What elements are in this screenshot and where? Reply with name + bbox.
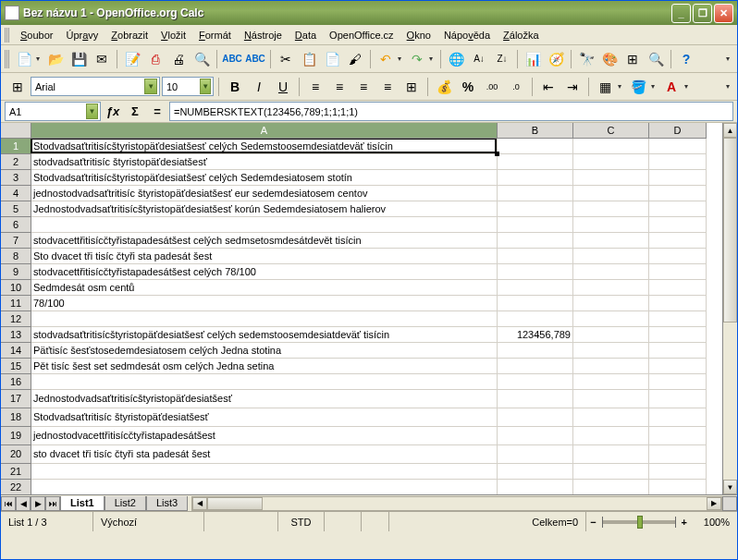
cell-A20[interactable]: sto dvacet tři tisíc čtyři sta padesát š… [31, 445, 498, 464]
hyperlink-button[interactable]: 🌐 [445, 48, 467, 70]
cell-C14[interactable] [573, 343, 649, 359]
cellref-dd[interactable]: ▼ [86, 103, 98, 119]
row-header-5[interactable]: 5 [1, 201, 31, 217]
font-size-dd[interactable]: ▼ [200, 79, 211, 94]
menu-data[interactable]: Data [289, 28, 323, 43]
row-header-8[interactable]: 8 [1, 249, 31, 264]
gallery-button[interactable]: 🎨 [598, 48, 621, 70]
cell-D1[interactable] [649, 139, 707, 154]
email-button[interactable]: ✉ [91, 48, 113, 70]
cell-A15[interactable]: Pět tisíc šest set sedmdesát osm celých … [31, 359, 498, 374]
cell-B14[interactable] [498, 343, 573, 359]
horizontal-scrollbar[interactable]: ◀ ▶ [191, 496, 722, 511]
close-button[interactable]: ✕ [714, 4, 733, 23]
scroll-up-button[interactable]: ▲ [723, 123, 737, 138]
cell-D18[interactable] [649, 408, 707, 427]
chart-button[interactable]: 📊 [522, 48, 544, 70]
cell-D7[interactable] [649, 233, 707, 249]
cell-A12[interactable] [31, 311, 498, 327]
function-wizard-button[interactable]: ƒx [103, 102, 123, 122]
cut-button[interactable]: ✂ [275, 48, 297, 70]
table-row[interactable] [31, 464, 722, 480]
zoom-thumb[interactable] [637, 516, 643, 529]
cell-C21[interactable] [573, 464, 649, 480]
table-row[interactable] [31, 374, 722, 390]
cell-D19[interactable] [649, 427, 707, 445]
redo-button[interactable]: ↷ [406, 48, 428, 70]
remove-decimal-button[interactable]: .0 [505, 76, 527, 98]
scroll-right-button[interactable]: ▶ [707, 497, 721, 510]
format-paint-button[interactable]: 🖌 [344, 48, 366, 70]
cell-C1[interactable] [573, 139, 649, 154]
table-row[interactable]: stodvacettřitisícčtyřistapadesátšest cel… [31, 264, 722, 280]
cell-D21[interactable] [649, 464, 707, 480]
cell-A21[interactable] [31, 464, 498, 480]
table-row[interactable]: Stodvadsaťtritisíc štyristopäťdesiatšesť [31, 408, 722, 427]
cell-C8[interactable] [573, 249, 649, 264]
table-row[interactable]: Stodvadsaťtritisícštyristopäťdesiatšesť … [31, 139, 722, 154]
add-decimal-button[interactable]: .00 [481, 76, 503, 98]
cell-D2[interactable] [649, 154, 707, 170]
spellcheck-button[interactable]: ABC [221, 48, 243, 70]
cell-C10[interactable] [573, 280, 649, 296]
cell-B10[interactable] [498, 280, 573, 296]
row-header-11[interactable]: 11 [1, 296, 31, 311]
table-row[interactable]: Jednostodvadsaťtritisícštyristopäťdesiat… [31, 201, 722, 217]
menu-okno[interactable]: Okno [400, 28, 437, 43]
cell-C16[interactable] [573, 374, 649, 390]
cell-B20[interactable] [498, 445, 573, 464]
cell-D13[interactable] [649, 327, 707, 343]
status-mode[interactable]: STD [278, 512, 325, 531]
align-right-button[interactable]: ≡ [352, 76, 375, 98]
row-header-21[interactable]: 21 [1, 464, 31, 480]
col-header-d[interactable]: D [649, 123, 707, 139]
cell-C11[interactable] [573, 296, 649, 311]
fontcolor-button[interactable]: A [660, 76, 683, 98]
cell-C13[interactable] [573, 327, 649, 343]
scroll-left-button[interactable]: ◀ [192, 497, 207, 510]
zoom-out-button[interactable]: − [590, 517, 596, 528]
percent-button[interactable]: % [457, 76, 479, 98]
menu-vlozit[interactable]: Vložit [154, 28, 192, 43]
cell-C19[interactable] [573, 427, 649, 445]
row-header-7[interactable]: 7 [1, 233, 31, 249]
table-row[interactable]: Jednostodvadsaťtritisícštyristopäťdesiat… [31, 390, 722, 408]
cell-D17[interactable] [649, 390, 707, 408]
cell-C3[interactable] [573, 170, 649, 186]
cell-grid[interactable]: Stodvadsaťtritisícštyristopäťdesiatšesť … [31, 139, 722, 494]
autospell-button[interactable]: ABC [244, 48, 266, 70]
table-row[interactable] [31, 480, 722, 494]
cell-A11[interactable]: 78/100 [31, 296, 498, 311]
bgcolor-button[interactable]: 🪣 [627, 76, 649, 98]
sort-desc-button[interactable]: Z↓ [491, 48, 513, 70]
preview-button[interactable]: 🔍 [191, 48, 213, 70]
new-doc-button[interactable]: 📄 [13, 48, 35, 70]
row-header-14[interactable]: 14 [1, 343, 31, 359]
status-zoom[interactable]: 100% [691, 512, 737, 531]
formula-input[interactable] [169, 102, 733, 121]
toolbar-overflow[interactable]: ▾ [726, 55, 733, 63]
cell-B11[interactable] [498, 296, 573, 311]
cell-C22[interactable] [573, 480, 649, 494]
row-header-9[interactable]: 9 [1, 264, 31, 280]
table-row[interactable]: sto dvacet tři tisíc čtyři sta padesát š… [31, 445, 722, 464]
scroll-down-button[interactable]: ▼ [723, 480, 737, 494]
cell-C15[interactable] [573, 359, 649, 374]
pdf-export-button[interactable]: ⎙ [144, 48, 166, 70]
cell-D20[interactable] [649, 445, 707, 464]
cell-A18[interactable]: Stodvadsaťtritisíc štyristopäťdesiatšesť [31, 408, 498, 427]
copy-button[interactable]: 📋 [298, 48, 320, 70]
print-button[interactable]: 🖨 [167, 48, 190, 70]
row-header-6[interactable]: 6 [1, 217, 31, 233]
cell-A14[interactable]: Päťtisíc šesťstosedemdesiatosem celých J… [31, 343, 498, 359]
cell-D3[interactable] [649, 170, 707, 186]
equals-button[interactable]: = [147, 102, 167, 122]
table-row[interactable]: Sto dvacet tři tisíc čtyři sta padesát š… [31, 249, 722, 264]
cell-C4[interactable] [573, 186, 649, 201]
cell-B4[interactable] [498, 186, 573, 201]
decrease-indent-button[interactable]: ⇤ [537, 76, 560, 98]
align-left-button[interactable]: ≡ [304, 76, 326, 98]
font-name-combo[interactable]: ▼ [31, 77, 160, 96]
cell-A6[interactable] [31, 217, 498, 233]
font-size-input[interactable] [166, 81, 200, 92]
